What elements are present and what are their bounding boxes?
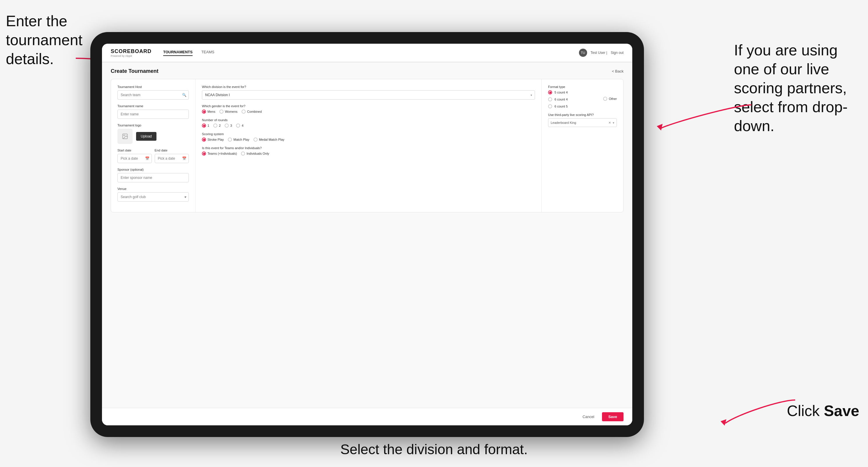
rounds-3[interactable]: 3 [225, 124, 232, 128]
calendar-icon: 📅 [145, 156, 150, 160]
svg-point-6 [124, 135, 124, 136]
format-label: Format type [548, 85, 617, 89]
calendar-icon-end: 📅 [182, 156, 186, 160]
nav-teams[interactable]: TEAMS [202, 50, 214, 56]
scoring-group: Scoring system Stroke Play Match Play [202, 132, 535, 142]
gender-womens[interactable]: Womens [219, 110, 238, 114]
division-select-wrap: NCAA Division I [202, 90, 535, 100]
gender-combined[interactable]: Combined [242, 110, 262, 114]
scoring-medal[interactable]: Medal Match Play [253, 137, 284, 142]
radio-r4-circle [236, 124, 240, 128]
name-input[interactable] [117, 110, 189, 119]
sponsor-input[interactable] [117, 173, 189, 182]
create-tournament-form: Tournament Host 🔍 Tournament name Tourna… [111, 79, 624, 212]
scoring-stroke[interactable]: Stroke Play [202, 137, 224, 142]
radio-mens-circle [202, 110, 206, 114]
logo-placeholder [117, 129, 132, 144]
form-footer: Cancel Save [102, 408, 632, 425]
sponsor-label: Sponsor (optional) [117, 168, 189, 171]
page-title: Create Tournament [111, 68, 158, 74]
name-label: Tournament name [117, 104, 189, 108]
form-col-2: Which division is the event for? NCAA Di… [195, 79, 542, 212]
annotation-bottomcenter: Select the division and format. [340, 441, 528, 458]
tag-chevron-icon: ▾ [613, 121, 614, 124]
radio-other-circle [603, 97, 607, 101]
format-5count4[interactable]: 5 count 4 [548, 90, 567, 94]
radio-r2-circle [213, 124, 217, 128]
division-select[interactable]: NCAA Division I [202, 90, 535, 100]
radio-match-circle [228, 137, 232, 142]
radio-womens-circle [219, 110, 223, 114]
format-options-list: 5 count 4 6 count 4 6 count 5 [548, 90, 617, 108]
back-link[interactable]: < Back [612, 69, 624, 73]
navbar: SCOREBOARD Powered by clippit TOURNAMENT… [102, 44, 632, 62]
user-avatar: TU [579, 49, 587, 57]
svg-marker-4 [720, 419, 726, 426]
rounds-group: Number of rounds 1 2 [202, 118, 535, 128]
scoring-match[interactable]: Match Play [228, 137, 249, 142]
division-label: Which division is the event for? [202, 85, 535, 89]
end-date-group: End date 📅 [155, 149, 189, 163]
page-content: Create Tournament < Back Tournament Host… [102, 62, 632, 408]
individuals-only[interactable]: Individuals Only [241, 152, 269, 156]
format-options-left: 5 count 4 6 count 4 6 count 5 [548, 90, 567, 108]
host-group: Tournament Host 🔍 [117, 85, 189, 100]
teams-plus-individuals[interactable]: Teams (+Individuals) [202, 152, 237, 156]
navbar-right: TU Test User | Sign out [579, 49, 624, 57]
date-row: Start date 📅 End date 📅 [117, 149, 189, 163]
logo-group: Tournament logo Upload [117, 124, 189, 144]
rounds-1[interactable]: 1 [202, 124, 209, 128]
format-6count4[interactable]: 6 count 4 [548, 97, 567, 101]
logo-label: Tournament logo [117, 124, 189, 127]
search-icon: 🔍 [182, 93, 186, 97]
live-scoring-label: Use third-party live scoring API? [548, 113, 617, 117]
format-6count5[interactable]: 6 count 5 [548, 104, 567, 108]
radio-r3-circle [225, 124, 229, 128]
rounds-4[interactable]: 4 [236, 124, 243, 128]
gender-mens[interactable]: Mens [202, 110, 215, 114]
cancel-button[interactable]: Cancel [578, 412, 599, 421]
start-label: Start date [117, 149, 152, 152]
gender-label: Which gender is the event for? [202, 104, 535, 108]
nav-tournaments[interactable]: TOURNAMENTS [163, 50, 193, 56]
tablet-device: SCOREBOARD Powered by clippit TOURNAMENT… [90, 32, 644, 437]
host-input[interactable] [117, 90, 189, 100]
rounds-2[interactable]: 2 [213, 124, 221, 128]
other-option[interactable]: Other [603, 97, 617, 101]
end-label: End date [155, 149, 189, 152]
venue-select-wrap: ▾ [117, 192, 189, 201]
format-other: Other [603, 97, 617, 101]
rounds-label: Number of rounds [202, 118, 535, 122]
name-group: Tournament name [117, 104, 189, 119]
radio-6c5-circle [548, 104, 552, 108]
scoring-radio-group: Stroke Play Match Play Medal Match Play [202, 137, 535, 142]
teams-group: Is this event for Teams and/or Individua… [202, 146, 535, 156]
save-button[interactable]: Save [602, 412, 624, 421]
start-date-group: Start date 📅 [117, 149, 152, 163]
sponsor-group: Sponsor (optional) [117, 168, 189, 182]
venue-input[interactable] [117, 192, 189, 201]
radio-5c4-circle [548, 90, 552, 94]
division-group: Which division is the event for? NCAA Di… [202, 85, 535, 100]
venue-group: Venue ▾ [117, 187, 189, 201]
radio-stroke-circle [202, 137, 206, 142]
radio-medal-circle [253, 137, 257, 142]
live-scoring-tag[interactable]: Leaderboard King ✕ ▾ [548, 118, 617, 127]
live-scoring-section: Use third-party live scoring API? Leader… [548, 113, 617, 127]
brand-sub: Powered by clippit [111, 55, 152, 57]
host-label: Tournament Host [117, 85, 189, 89]
signout-link[interactable]: Sign out [611, 51, 624, 55]
dropdown-icon: ▾ [185, 195, 186, 199]
annotation-bottomright: Click Save [787, 401, 859, 421]
tag-x-icon[interactable]: ✕ [609, 121, 611, 125]
gender-radio-group: Mens Womens Combined [202, 110, 535, 114]
form-col-1: Tournament Host 🔍 Tournament name Tourna… [111, 79, 195, 212]
radio-individuals-circle [241, 152, 245, 156]
start-date-wrap: 📅 [117, 154, 152, 163]
upload-button[interactable]: Upload [136, 132, 156, 141]
brand-title: SCOREBOARD [111, 49, 152, 55]
teams-label: Is this event for Teams and/or Individua… [202, 146, 535, 150]
logo-upload-area: Upload [117, 129, 189, 144]
nav-links: TOURNAMENTS TEAMS [163, 50, 579, 56]
dates-group: Start date 📅 End date 📅 [117, 149, 189, 163]
